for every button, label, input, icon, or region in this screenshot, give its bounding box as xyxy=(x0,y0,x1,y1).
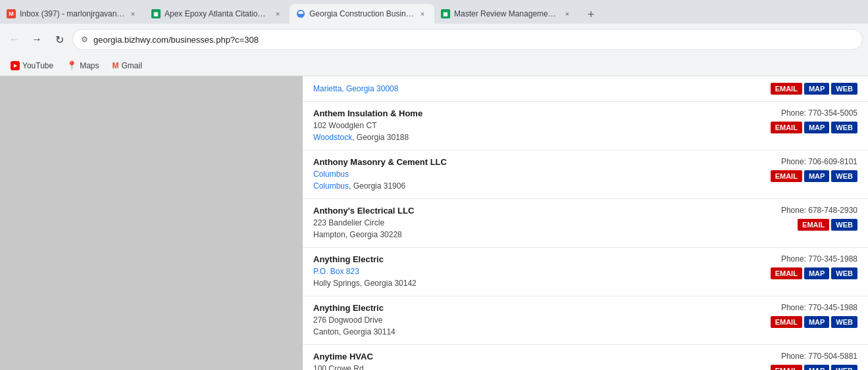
biz-actions: EMAIL MAP WEB xyxy=(726,83,857,95)
tab-master-close[interactable]: × xyxy=(562,9,573,19)
youtube-icon xyxy=(11,61,20,70)
bookmark-gmail[interactable]: M Gmail xyxy=(107,60,147,72)
web-button[interactable]: WEB xyxy=(831,267,857,279)
biz-address: 223 Bandelier CircleHampton, Georgia 302… xyxy=(313,217,726,241)
browser-chrome: M Inbox (397) - marlonjrgavan@... × ▦ Ap… xyxy=(0,0,868,76)
biz-address: 276 Dogwood DriveCanton, Georgia 30114 xyxy=(313,314,726,338)
address-text: georgia.bizhwy.com/businesses.php?c=308 xyxy=(93,35,854,45)
biz-actions: Phone: 770-345-1988EMAILMAPWEB xyxy=(726,303,857,328)
map-button[interactable]: MAP xyxy=(804,122,829,133)
web-button[interactable]: WEB xyxy=(831,316,857,328)
gmail-favicon: M xyxy=(7,9,16,18)
forward-button[interactable]: → xyxy=(28,30,46,49)
biz-phone: Phone: 770-345-1988 xyxy=(781,303,857,312)
biz-info: Anthem Insulation & Home102 Woodglen CTW… xyxy=(313,108,726,143)
tab-gmail-label: Inbox (397) - marlonjrgavan@... xyxy=(20,9,125,18)
address-bar[interactable]: ⚙ georgia.bizhwy.com/businesses.php?c=30… xyxy=(72,29,863,50)
secure-icon: ⚙ xyxy=(81,35,88,44)
map-button[interactable]: MAP xyxy=(804,83,829,95)
biz-actions: Phone: 770-504-5881EMAILMAPWEB xyxy=(726,352,857,370)
reload-button[interactable]: ↻ xyxy=(50,30,68,49)
tab-georgia-label: Georgia Construction Business... xyxy=(309,9,415,18)
biz-info: Anthony Masonry & Cement LLCColumbusColu… xyxy=(313,157,726,192)
tab-georgia[interactable]: Georgia Construction Business... × xyxy=(290,4,434,24)
address-link[interactable]: P.O. Box 823 xyxy=(313,267,359,276)
map-button[interactable]: MAP xyxy=(804,170,829,182)
email-button[interactable]: EMAIL xyxy=(771,170,802,182)
biz-buttons: EMAIL MAP WEB xyxy=(771,83,857,95)
map-button[interactable]: MAP xyxy=(804,365,829,370)
biz-address: ColumbusColumbus, Georgia 31906 xyxy=(313,168,726,192)
table-row: Anytime HVAC100 Crowe RdAlpharetta, Geor… xyxy=(303,345,868,370)
tab-apex-label: Apex Epoxy Atlanta Citation In... xyxy=(165,9,270,18)
biz-address: 100 Crowe RdAlpharetta, Georgia 30004 xyxy=(313,363,726,370)
table-row: Anthem Insulation & Home102 Woodglen CTW… xyxy=(303,102,868,150)
biz-actions: Phone: 678-748-2930EMAILWEB xyxy=(726,206,857,231)
web-button[interactable]: WEB xyxy=(831,83,857,95)
tab-bar: M Inbox (397) - marlonjrgavan@... × ▦ Ap… xyxy=(0,0,868,24)
bookmark-maps-label: Maps xyxy=(80,61,99,70)
map-button[interactable]: MAP xyxy=(804,267,829,279)
biz-buttons: EMAILMAPWEB xyxy=(771,122,857,133)
tab-master-label: Master Review Management L... xyxy=(454,9,559,18)
address-link[interactable]: Columbus xyxy=(313,170,349,179)
tab-apex-close[interactable]: × xyxy=(272,9,283,19)
biz-info: Anything ElectricP.O. Box 823Holly Sprin… xyxy=(313,254,726,289)
web-button[interactable]: WEB xyxy=(831,219,857,231)
biz-phone: Phone: 770-345-1988 xyxy=(781,254,857,264)
biz-buttons: EMAILWEB xyxy=(798,219,857,231)
biz-buttons: EMAILMAPWEB xyxy=(771,365,857,370)
email-button[interactable]: EMAIL xyxy=(771,316,802,328)
map-button[interactable]: MAP xyxy=(804,316,829,328)
email-button[interactable]: EMAIL xyxy=(771,267,802,279)
biz-address: 102 Woodglen CTWoodstock, Georgia 30188 xyxy=(313,120,726,143)
biz-info: Anything Electric276 Dogwood DriveCanton… xyxy=(313,303,726,338)
email-button[interactable]: EMAIL xyxy=(771,83,802,95)
web-button[interactable]: WEB xyxy=(831,365,857,370)
bookmark-maps[interactable]: 📍 Maps xyxy=(61,59,104,72)
tab-gmail-close[interactable]: × xyxy=(128,9,138,19)
web-button[interactable]: WEB xyxy=(831,170,857,182)
biz-name: Anything Electric xyxy=(313,254,726,264)
tab-georgia-close[interactable]: × xyxy=(417,9,428,19)
biz-name: Anthony's Electrical LLC xyxy=(313,206,726,216)
maps-icon: 📍 xyxy=(66,60,77,70)
email-button[interactable]: EMAIL xyxy=(798,219,829,231)
back-button[interactable]: ← xyxy=(5,30,24,49)
gmail-icon: M xyxy=(113,61,119,70)
table-row: Anthony's Electrical LLC223 Bandelier Ci… xyxy=(303,199,868,248)
biz-phone: Phone: 678-748-2930 xyxy=(781,206,857,215)
business-list: Marietta, Georgia 30008 EMAIL MAP WEB An… xyxy=(303,76,868,370)
biz-name: Anthem Insulation & Home xyxy=(313,108,726,118)
page-content: Marietta, Georgia 30008 EMAIL MAP WEB An… xyxy=(0,76,868,370)
bookmark-youtube[interactable]: YouTube xyxy=(5,60,59,72)
new-tab-button[interactable]: + xyxy=(582,5,600,24)
biz-address: P.O. Box 823Holly Springs, Georgia 30142 xyxy=(313,266,726,289)
table-row: Marietta, Georgia 30008 EMAIL MAP WEB xyxy=(303,76,868,102)
left-panel xyxy=(0,76,303,370)
biz-name: Anytime HVAC xyxy=(313,352,726,361)
biz-partial-address: Marietta, Georgia 30008 xyxy=(313,83,726,95)
biz-actions: Phone: 770-345-1988EMAILMAPWEB xyxy=(726,254,857,279)
biz-phone: Phone: 770-354-5005 xyxy=(781,108,857,118)
tab-master[interactable]: ▦ Master Review Management L... × xyxy=(434,4,579,24)
biz-info: Anytime HVAC100 Crowe RdAlpharetta, Geor… xyxy=(313,352,726,370)
email-button[interactable]: EMAIL xyxy=(771,365,802,370)
biz-name: Anything Electric xyxy=(313,303,726,313)
biz-name: Anthony Masonry & Cement LLC xyxy=(313,157,726,167)
city-link[interactable]: Marietta, Georgia 30008 xyxy=(313,84,398,93)
email-button[interactable]: EMAIL xyxy=(771,122,802,133)
biz-actions: Phone: 706-609-8101EMAILMAPWEB xyxy=(726,157,857,182)
city-link[interactable]: Woodstock xyxy=(313,133,352,142)
georgia-favicon xyxy=(296,9,305,18)
right-panel: Marietta, Georgia 30008 EMAIL MAP WEB An… xyxy=(303,76,868,370)
tab-apex[interactable]: ▦ Apex Epoxy Atlanta Citation In... × xyxy=(145,4,290,24)
tab-gmail[interactable]: M Inbox (397) - marlonjrgavan@... × xyxy=(0,4,145,24)
city-link[interactable]: Columbus xyxy=(313,181,349,191)
web-button[interactable]: WEB xyxy=(831,122,857,133)
bookmarks-bar: YouTube 📍 Maps M Gmail xyxy=(0,55,868,76)
nav-bar: ← → ↻ ⚙ georgia.bizhwy.com/businesses.ph… xyxy=(0,24,868,55)
biz-phone: Phone: 770-504-5881 xyxy=(781,352,857,361)
biz-buttons: EMAILMAPWEB xyxy=(771,316,857,328)
master-favicon: ▦ xyxy=(441,9,450,18)
